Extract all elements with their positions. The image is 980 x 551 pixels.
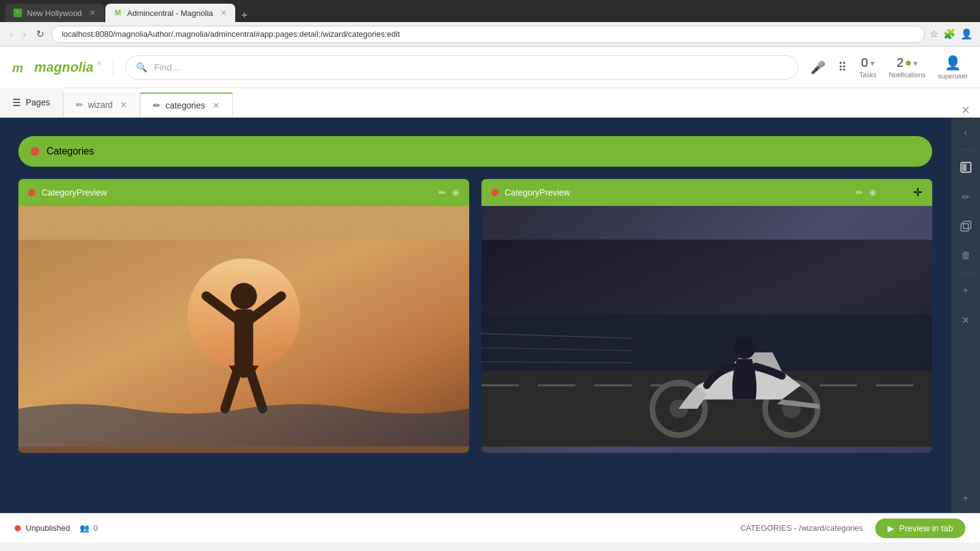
preview-btn-label: Preview in tab [899, 523, 953, 533]
tab-pages-label: Pages [26, 97, 50, 107]
address-bar[interactable]: localhost:8080/magnoliaAuthor/.magnolia/… [51, 26, 925, 43]
breadcrumb: CATEGORIES - /wizard/categories [740, 523, 863, 533]
sidebar-copy-icon[interactable] [951, 211, 981, 241]
action-card-image [481, 206, 932, 453]
logo-icon: m [12, 58, 32, 77]
drama-card: CategoryPreview ✏ ⊕ [18, 179, 469, 453]
profile-icon[interactable]: 👤 [960, 28, 973, 40]
wizard-edit-icon: ✏ [76, 100, 83, 110]
cards-grid: CategoryPreview ✏ ⊕ [18, 179, 932, 453]
content-area: Categories CategoryPreview ✏ ⊕ [0, 118, 951, 513]
drama-card-title: CategoryPreview [42, 188, 432, 197]
logo-registered: ® [97, 61, 101, 66]
toolbar-icons: ☆ 🧩 👤 [930, 28, 973, 40]
tab-categories-label: categories [165, 101, 205, 110]
sidebar-sep1 [957, 150, 975, 150]
header-divider [113, 58, 113, 77]
pages-icon: ☰ [12, 97, 21, 108]
sidebar-delete-icon[interactable]: 🗑 [951, 241, 981, 270]
drama-move-icon[interactable]: ⊕ [452, 188, 459, 197]
categories-status-dot [31, 147, 39, 156]
tasks-count: 0 [861, 56, 868, 70]
sidebar-toggle[interactable]: ‹ [951, 118, 981, 147]
svg-point-4 [231, 283, 257, 310]
notifications-action[interactable]: 2 ▾ Notifications [889, 56, 925, 78]
forward-button[interactable]: › [20, 26, 28, 42]
back-button[interactable]: ‹ [7, 26, 15, 42]
preview-play-icon: ▶ [888, 523, 894, 533]
sidebar-edit-icon[interactable]: ✏ [951, 182, 981, 211]
grid-action[interactable]: ⠿ [838, 60, 847, 75]
categories-edit-icon: ✏ [153, 101, 160, 110]
extension-icon[interactable]: 🧩 [943, 28, 956, 40]
user-label: superuser [938, 72, 968, 80]
mic-icon: 🎤 [810, 60, 826, 75]
search-placeholder: Find... [154, 62, 179, 72]
tab2-label: Admincentral - Magnolia [127, 9, 213, 18]
browser-toolbar: ‹ › ↻ localhost:8080/magnoliaAuthor/.mag… [0, 22, 980, 47]
users-count: 0 [93, 523, 97, 533]
preview-tab-button[interactable]: ▶ Preview in tab [875, 519, 965, 538]
categories-label: Categories [47, 146, 94, 157]
tab1-favicon [13, 9, 22, 17]
reload-button[interactable]: ↻ [34, 26, 47, 42]
drama-card-header: CategoryPreview ✏ ⊕ [18, 179, 469, 206]
bookmark-icon[interactable]: ☆ [930, 28, 938, 40]
unpublished-dot [15, 525, 21, 531]
sidebar-close-icon[interactable]: ✕ [951, 305, 981, 335]
drama-edit-icon[interactable]: ✏ [439, 188, 446, 197]
sidebar-add-bottom-icon[interactable]: + [951, 484, 981, 513]
tab-categories[interactable]: ✏ categories ✕ [140, 93, 233, 117]
tab-pages[interactable]: ☰ Pages [0, 88, 63, 117]
tab-wizard-label: wizard [88, 100, 113, 110]
svg-rect-24 [961, 224, 968, 231]
svg-rect-25 [963, 221, 971, 229]
action-card-header: CategoryPreview ✏ ⊕ ✛ [481, 179, 932, 206]
search-bar[interactable]: 🔍 Find... [126, 55, 798, 80]
app-header: m magnolia ® 🔍 Find... 🎤 ⠿ 0 ▾ Tasks 2 ▾ [0, 47, 980, 88]
browser-tab-1[interactable]: New Hollywood ✕ [5, 4, 104, 22]
sidebar-add-icon[interactable]: + [951, 276, 981, 305]
new-tab-button[interactable]: + [236, 9, 253, 22]
user-action[interactable]: 👤 superuser [938, 55, 968, 80]
magnolia-logo: m magnolia ® [12, 58, 100, 77]
status-unpublished: Unpublished [15, 523, 70, 533]
mic-action[interactable]: 🎤 [810, 60, 826, 75]
magnolia-favicon: M [115, 9, 121, 17]
notifications-dot [906, 61, 911, 66]
tab-categories-close[interactable]: ✕ [213, 101, 220, 110]
svg-text:m: m [12, 61, 23, 75]
notifications-chevron: ▾ [913, 58, 918, 68]
status-users: 👥 0 [80, 523, 97, 533]
page-content: Categories CategoryPreview ✏ ⊕ [0, 118, 951, 471]
action-image-svg [481, 206, 932, 453]
tab-wizard-close[interactable]: ✕ [120, 100, 127, 110]
sidebar-sep2 [957, 273, 975, 273]
action-status-dot [491, 189, 499, 196]
tab1-label: New Hollywood [27, 9, 82, 18]
action-card-title: CategoryPreview [505, 188, 850, 197]
right-sidebar: ‹ ✏ 🗑 + ✕ + [951, 118, 980, 513]
action-move-icon[interactable]: ⊕ [869, 188, 876, 197]
browser-tab-2[interactable]: M Admincentral - Magnolia ✕ [105, 4, 235, 22]
unpublished-label: Unpublished [26, 523, 70, 533]
logo-text: magnolia [34, 59, 94, 75]
tab-wizard[interactable]: ✏ wizard ✕ [63, 93, 140, 117]
action-edit-icon[interactable]: ✏ [856, 188, 863, 197]
cursor-icon: ✛ [913, 186, 922, 199]
tab2-close[interactable]: ✕ [221, 9, 227, 17]
tasks-label: Tasks [859, 71, 876, 78]
drama-card-image [18, 206, 469, 453]
all-tabs-close[interactable]: ✕ [961, 104, 980, 117]
notifications-label: Notifications [889, 71, 925, 78]
copy-svg [960, 221, 971, 232]
tasks-action[interactable]: 0 ▾ Tasks [859, 56, 876, 78]
main-area: Categories CategoryPreview ✏ ⊕ [0, 118, 980, 513]
search-icon: 🔍 [136, 62, 148, 73]
tab2-favicon: M [114, 9, 123, 17]
action-card: CategoryPreview ✏ ⊕ ✛ [481, 179, 932, 453]
tab1-close[interactable]: ✕ [89, 9, 96, 17]
sidebar-preview-icon[interactable] [951, 153, 981, 182]
drama-status-dot [28, 189, 36, 196]
header-actions: 🎤 ⠿ 0 ▾ Tasks 2 ▾ Notifications 👤 superu… [810, 55, 968, 80]
